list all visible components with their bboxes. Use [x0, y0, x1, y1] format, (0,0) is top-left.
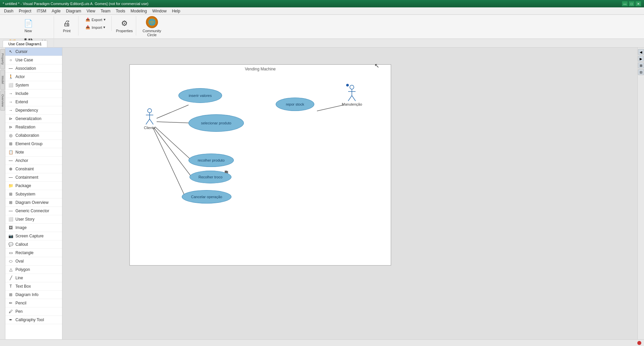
overview-tab[interactable]: Overview	[0, 91, 5, 111]
image-label: Image	[15, 225, 26, 230]
right-tab-back[interactable]: ◀	[638, 49, 644, 55]
use-case-inserir-valores[interactable]: inserir valores	[178, 88, 222, 103]
community-circle-button[interactable]: 🌐 Community Circle	[140, 16, 164, 37]
association-icon: —	[8, 66, 13, 71]
tool-item-anchor[interactable]: —Anchor	[5, 157, 62, 165]
menu-item-diagram[interactable]: Diagram	[63, 8, 84, 14]
right-tab-forward[interactable]: ▶	[638, 56, 644, 62]
right-tab-expand[interactable]: ⊞	[638, 62, 644, 68]
actor-manutencao-label: Manutenção	[342, 102, 362, 106]
tool-item-generic-connector[interactable]: —Generic Connector	[5, 207, 62, 215]
tool-item-user-story[interactable]: ⬜User Story	[5, 215, 62, 224]
status-dot	[637, 341, 641, 345]
tool-item-rectangle[interactable]: ▭Rectangle	[5, 249, 62, 257]
tool-item-containment[interactable]: —Containment	[5, 173, 62, 182]
model-tab[interactable]: Model	[0, 70, 5, 90]
use-case-repor-stock[interactable]: repor stock	[276, 98, 314, 111]
menu-item-window[interactable]: Window	[150, 8, 169, 14]
export-label: Export	[92, 18, 102, 22]
menu-item-help[interactable]: Help	[169, 8, 183, 14]
realization-label: Realization	[15, 125, 35, 129]
constraint-icon: ⊗	[8, 166, 13, 172]
titlebar: * untitled * - Visual Paradigm Community…	[0, 0, 644, 7]
tool-item-cursor[interactable]: ↖Cursor	[5, 48, 62, 56]
toolbar: 📄 New 📂 Open 💾 Save ✖ Close 🖨 Print 📤	[0, 15, 644, 39]
svg-line-15	[348, 96, 352, 101]
tool-item-generalization[interactable]: ⊳Generalization	[5, 115, 62, 123]
tool-item-use-case[interactable]: ○Use Case	[5, 56, 62, 64]
tool-item-callout[interactable]: 💬Callout	[5, 240, 62, 249]
menu-item-tools[interactable]: Tools	[113, 8, 128, 14]
properties-button[interactable]: ⚙ Properties	[116, 16, 133, 36]
tool-item-oval[interactable]: ⬭Oval	[5, 257, 62, 266]
canvas-area[interactable]: Vending Machine	[62, 48, 637, 346]
user-story-icon: ⬜	[8, 217, 13, 222]
line-icon: ╱	[8, 275, 13, 281]
tool-item-polygon[interactable]: △Polygon	[5, 266, 62, 274]
actor-manutencao-figure	[347, 85, 357, 102]
system-icon: ⬜	[8, 82, 13, 88]
tool-item-realization[interactable]: ⊳Realization	[5, 123, 62, 131]
actor-cliente[interactable]: Cliente	[144, 108, 155, 130]
export-icon: 📤	[86, 17, 90, 22]
svg-line-16	[352, 96, 356, 101]
export-button[interactable]: 📤 Export ▾	[83, 16, 109, 23]
tool-item-note[interactable]: 📋Note	[5, 148, 62, 157]
polygon-label: Polygon	[15, 267, 30, 272]
new-button[interactable]: 📄 New	[19, 16, 37, 36]
import-button[interactable]: 📥 Import ▾	[83, 24, 108, 31]
system-boundary-label: Vending Machine	[130, 65, 391, 73]
tool-item-calligraphy-tool[interactable]: ✒Calligraphy Tool	[5, 316, 62, 324]
right-tab-collapse[interactable]: ⊟	[638, 69, 644, 75]
pen-label: Pen	[15, 309, 22, 314]
use-case-cancelar-operacao[interactable]: Cancelar operação	[182, 190, 231, 204]
actor-manutencao[interactable]: Manutenção	[342, 85, 362, 106]
minimize-button[interactable]: —	[622, 1, 628, 6]
use-case-recolher-produto[interactable]: recolher produto	[189, 154, 234, 167]
callout-icon: 💬	[8, 242, 13, 247]
use-case-selecionar-produto[interactable]: selecionar produto	[189, 114, 244, 132]
tool-item-extend[interactable]: →Extend	[5, 98, 62, 106]
tool-item-text-box[interactable]: TText Box	[5, 282, 62, 291]
tool-item-pencil[interactable]: ✏Pencil	[5, 299, 62, 307]
pencil-label: Pencil	[15, 301, 26, 305]
include-label: Include	[15, 91, 29, 96]
menu-item-dash[interactable]: Dash	[1, 8, 16, 14]
tool-item-pen[interactable]: 🖊Pen	[5, 307, 62, 316]
diagram-tab[interactable]: Use Case Diagram1	[3, 40, 47, 47]
note-icon: 📋	[8, 150, 13, 155]
callout-label: Callout	[15, 242, 28, 247]
close-button[interactable]: ✕	[635, 1, 641, 6]
tool-item-subsystem[interactable]: ⊞Subsystem	[5, 190, 62, 198]
property-tab[interactable]: Property	[0, 49, 5, 69]
svg-point-12	[350, 85, 354, 89]
menu-item-view[interactable]: View	[84, 8, 98, 14]
menu-item-itsm[interactable]: ITSM	[34, 8, 49, 14]
menu-item-modeling[interactable]: Modeling	[128, 8, 150, 14]
menu-item-team[interactable]: Team	[98, 8, 113, 14]
menu-item-project[interactable]: Project	[16, 8, 34, 14]
right-panel-tabs: ◀ ▶ ⊞ ⊟	[637, 48, 644, 346]
tool-item-package[interactable]: 📁Package	[5, 182, 62, 190]
tool-item-line[interactable]: ╱Line	[5, 274, 62, 282]
diagram-overview-label: Diagram Overview	[15, 200, 49, 205]
tool-item-system[interactable]: ⬜System	[5, 81, 62, 90]
tool-item-diagram-info[interactable]: ⊞Diagram Info	[5, 291, 62, 299]
tool-item-image[interactable]: 🖼Image	[5, 224, 62, 232]
containment-icon: —	[8, 175, 13, 180]
tool-item-association[interactable]: —Association	[5, 64, 62, 73]
maximize-button[interactable]: □	[629, 1, 635, 6]
tool-item-dependency[interactable]: →Dependency	[5, 106, 62, 115]
tool-item-constraint[interactable]: ⊗Constraint	[5, 165, 62, 173]
tool-item-include[interactable]: →Include	[5, 90, 62, 98]
menu-item-agile[interactable]: Agile	[49, 8, 63, 14]
dependency-icon: →	[8, 108, 13, 113]
print-button[interactable]: 🖨 Print	[58, 16, 75, 36]
tool-item-screen-capture[interactable]: 📷Screen Capture	[5, 232, 62, 240]
tool-item-actor[interactable]: 🚶Actor	[5, 73, 62, 81]
tool-item-diagram-overview[interactable]: ⊞Diagram Overview	[5, 198, 62, 207]
tool-item-collaboration[interactable]: ◎Collaboration	[5, 131, 62, 140]
tool-item-element-group[interactable]: ⊞Element Group	[5, 140, 62, 148]
main-layout: Property Model Overview ↖Cursor○Use Case…	[0, 48, 644, 346]
anchor-label: Anchor	[15, 158, 28, 163]
